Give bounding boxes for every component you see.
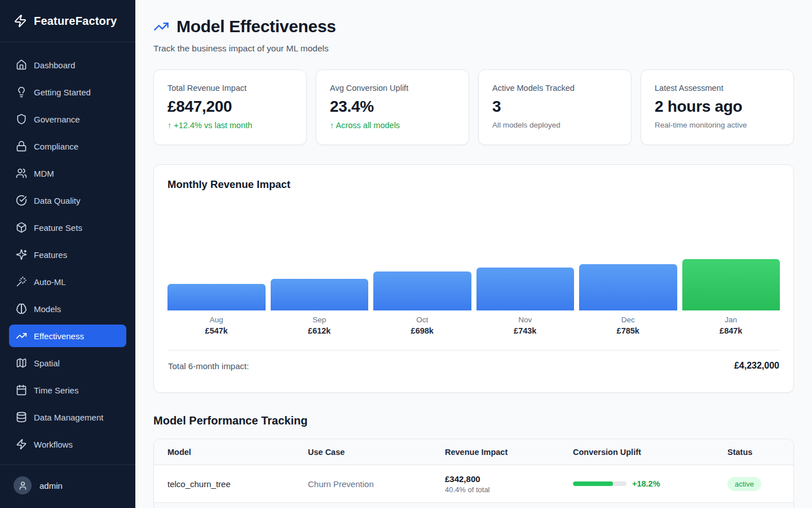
- user-menu[interactable]: admin: [0, 465, 135, 508]
- bar-label: Nov£743k: [476, 316, 575, 335]
- sidebar-item-models[interactable]: Models: [9, 297, 126, 320]
- stat-label: Latest Assessment: [655, 84, 780, 93]
- sidebar-item-label: Time Series: [34, 386, 78, 395]
- bar-value-label: £547k: [167, 326, 266, 335]
- column-header-revenue-impact: Revenue Impact: [445, 448, 573, 457]
- revenue-share: 40.4% of total: [445, 485, 573, 494]
- sidebar-item-label: MDM: [34, 169, 54, 178]
- stat-card: Active Models Tracked3All models deploye…: [478, 69, 632, 145]
- arrow-up-icon: ↑: [330, 121, 336, 130]
- bar-sep: [271, 279, 369, 310]
- performance-table: ModelUse CaseRevenue ImpactConversion Up…: [153, 439, 794, 508]
- wand-icon: [16, 276, 27, 287]
- calendar-icon: [16, 384, 27, 396]
- bar-value-label: £698k: [373, 326, 471, 335]
- bar-label: Jan£847k: [682, 316, 780, 335]
- bar-value-label: £743k: [476, 326, 575, 335]
- stat-value: 3: [492, 98, 617, 116]
- sidebar-item-feature-sets[interactable]: Feature Sets: [9, 216, 126, 239]
- database-icon: [16, 411, 27, 423]
- username: admin: [39, 481, 63, 491]
- sidebar-item-data-management[interactable]: Data Management: [9, 406, 126, 428]
- brand-name: FeatureFactory: [34, 15, 117, 28]
- chart-title: Monthly Revenue Impact: [167, 178, 780, 191]
- revenue-impact-cell: £342,80040.4% of total: [445, 474, 573, 494]
- stat-label: Total Revenue Impact: [167, 84, 293, 93]
- check-circle-icon: [16, 195, 27, 206]
- uplift-value: +18.2%: [632, 479, 660, 488]
- sidebar-item-spatial[interactable]: Spatial: [9, 352, 126, 374]
- sidebar-item-features[interactable]: Features: [9, 243, 126, 266]
- stat-label: Avg Conversion Uplift: [330, 84, 455, 93]
- bar-column: [476, 268, 575, 310]
- stat-value: 23.4%: [330, 98, 455, 116]
- bar-label: Dec£785k: [579, 316, 677, 335]
- bar-aug: [167, 284, 266, 310]
- uplift-progress-bar: [573, 481, 626, 486]
- page-subtitle: Track the business impact of your ML mod…: [153, 43, 794, 54]
- stat-value: 2 hours ago: [655, 98, 780, 116]
- column-header-model: Model: [167, 448, 308, 457]
- sidebar: FeatureFactory DashboardGetting StartedG…: [0, 0, 135, 508]
- stat-cards: Total Revenue Impact£847,200↑ +12.4% vs …: [153, 69, 794, 145]
- sidebar-item-time-series[interactable]: Time Series: [9, 379, 126, 401]
- status-cell: active: [727, 477, 780, 491]
- sidebar-item-dashboard[interactable]: Dashboard: [9, 54, 126, 76]
- column-header-use-case: Use Case: [308, 448, 445, 457]
- table-header-row: ModelUse CaseRevenue ImpactConversion Up…: [154, 439, 793, 465]
- total-value: £4,232,000: [734, 361, 779, 371]
- bar-month-label: Jan: [682, 316, 780, 324]
- stat-note: All models deployed: [492, 121, 617, 129]
- zap-icon: [16, 439, 27, 450]
- cube-icon: [16, 222, 27, 233]
- bar-value-label: £847k: [682, 326, 780, 335]
- sidebar-item-getting-started[interactable]: Getting Started: [9, 81, 126, 103]
- trending-up-icon: [16, 330, 27, 341]
- sidebar-item-governance[interactable]: Governance: [9, 108, 126, 130]
- lock-icon: [16, 141, 27, 152]
- bar-value-label: £612k: [271, 326, 369, 335]
- sidebar-item-label: Features: [34, 250, 67, 260]
- sidebar-item-label: Feature Sets: [34, 223, 82, 233]
- bar-column: [373, 271, 471, 310]
- sidebar-item-mdm[interactable]: MDM: [9, 162, 126, 185]
- sidebar-item-auto-ml[interactable]: Auto-ML: [9, 270, 126, 293]
- bar-label: Aug£547k: [167, 316, 266, 335]
- stat-card: Latest Assessment2 hours agoReal-time mo…: [641, 69, 794, 145]
- sidebar-item-compliance[interactable]: Compliance: [9, 135, 126, 157]
- home-icon: [16, 59, 27, 71]
- uplift-progress-fill: [573, 481, 613, 486]
- status-badge: active: [727, 477, 761, 491]
- main-content: Model Effectiveness Track the business i…: [135, 0, 812, 508]
- sidebar-item-effectiveness[interactable]: Effectiveness: [9, 325, 126, 347]
- sidebar-item-label: Workflows: [34, 440, 73, 449]
- page-header: Model Effectiveness: [153, 17, 794, 36]
- sidebar-item-label: Dashboard: [34, 60, 75, 70]
- sidebar-item-data-quality[interactable]: Data Quality: [9, 189, 126, 212]
- sidebar-item-label: Data Management: [34, 413, 103, 422]
- trending-up-icon: [153, 19, 169, 34]
- bar-column: [682, 259, 780, 310]
- brain-icon: [16, 303, 27, 314]
- users-icon: [16, 168, 27, 179]
- bar-oct: [373, 271, 471, 310]
- shield-icon: [16, 113, 27, 125]
- bar-chart-labels: Aug£547kSep£612kOct£698kNov£743kDec£785k…: [167, 316, 780, 335]
- bar-month-label: Aug: [167, 316, 266, 324]
- sidebar-item-label: Governance: [34, 115, 80, 124]
- table-row: telco_churn_treeChurn Prevention£342,800…: [154, 465, 793, 503]
- avatar: [14, 476, 32, 494]
- sparkles-icon: [16, 249, 27, 260]
- stat-note: Real-time monitoring active: [655, 121, 780, 129]
- total-label: Total 6-month impact:: [168, 361, 249, 371]
- user-icon: [18, 481, 28, 491]
- sidebar-item-label: Data Quality: [34, 196, 81, 205]
- sidebar-item-workflows[interactable]: Workflows: [9, 433, 126, 456]
- bar-month-label: Dec: [579, 316, 677, 324]
- map-icon: [16, 357, 27, 369]
- bar-dec: [579, 264, 677, 310]
- brand: FeatureFactory: [0, 0, 135, 42]
- bar-month-label: Sep: [271, 316, 369, 324]
- arrow-up-icon: ↑: [167, 121, 174, 130]
- page-title: Model Effectiveness: [176, 17, 336, 36]
